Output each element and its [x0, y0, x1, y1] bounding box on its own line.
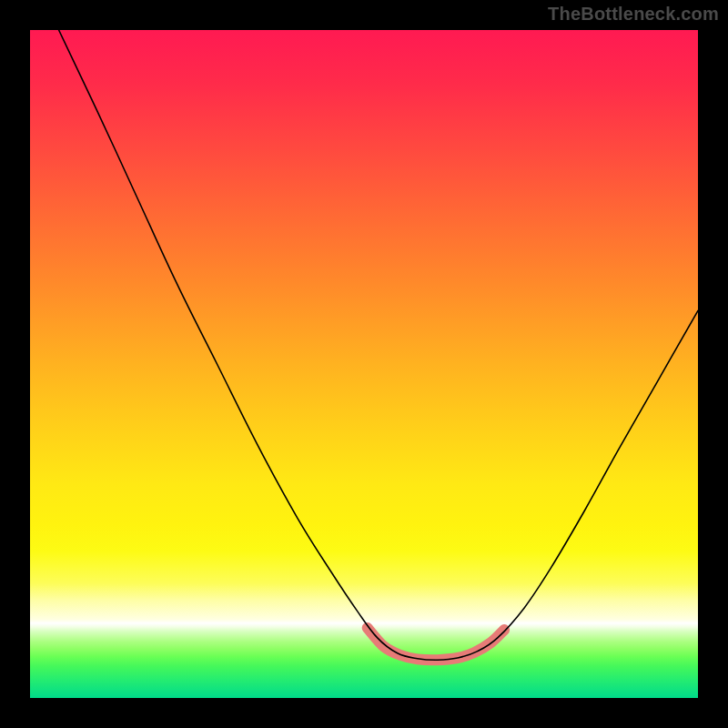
- bottleneck-curve-line: [59, 30, 698, 660]
- optimum-highlight-line: [368, 628, 504, 660]
- chart-frame: TheBottleneck.com: [0, 0, 728, 728]
- plot-area: [30, 30, 698, 698]
- watermark-text: TheBottleneck.com: [548, 4, 719, 25]
- curve-layer: [30, 30, 698, 698]
